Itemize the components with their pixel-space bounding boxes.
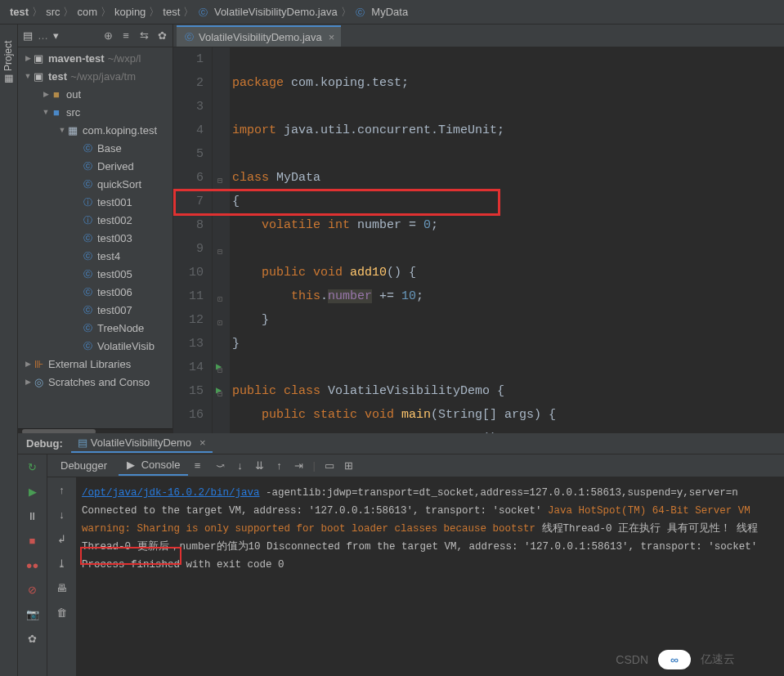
close-icon[interactable]: × xyxy=(329,31,335,43)
debugger-tab[interactable]: Debugger xyxy=(52,456,115,475)
resume-icon[interactable]: ▶ xyxy=(25,484,40,499)
module-icon: ▣ xyxy=(33,52,44,64)
project-panel-title[interactable]: … xyxy=(38,29,48,42)
clear-icon[interactable]: 🗑 xyxy=(55,605,69,620)
down-icon[interactable]: ↓ xyxy=(55,507,69,522)
threads-icon[interactable]: ≡ xyxy=(191,460,203,472)
breadcrumb-item[interactable]: src xyxy=(43,6,63,18)
chevron-down-icon[interactable]: ▼ xyxy=(41,107,51,117)
tree-folder[interactable]: ▶ ■ out xyxy=(18,85,172,103)
debug-config-tab[interactable]: ▤ VolatileVisibilityDemo × xyxy=(71,434,213,453)
tree-folder[interactable]: ▼ ■ src xyxy=(18,103,172,121)
breadcrumb-item[interactable]: test xyxy=(7,6,32,18)
tree-external-libs[interactable]: ▶ ⊪ External Libraries xyxy=(18,355,172,373)
tree-class[interactable]: ⓒtest007 xyxy=(18,301,172,319)
fold-icon[interactable]: ⊡ xyxy=(217,288,222,311)
camera-icon[interactable]: 📷 xyxy=(25,607,40,621)
tree-class[interactable]: ⓒTreeNode xyxy=(18,319,172,337)
editor-tab[interactable]: ⓒ VolatileVisibilityDemo.java × xyxy=(177,25,341,47)
project-tool-strip: ▦ Project xyxy=(0,25,18,433)
project-panel-header: ▤ … ▾ ⊕ ≡ ⇆ ✿ xyxy=(18,25,172,47)
console-link[interactable]: /opt/java/jdk-16.0.2/bin/java xyxy=(82,487,260,499)
chevron-right-icon[interactable]: ▶ xyxy=(23,359,33,369)
breadcrumb: test 〉 src 〉 com 〉 koping 〉 test 〉 ⓒ Vol… xyxy=(0,0,784,25)
project-view-icon[interactable]: ▤ xyxy=(23,29,33,42)
class-icon: ⓒ xyxy=(82,178,93,190)
tree-class[interactable]: ⓒtest006 xyxy=(18,283,172,301)
tree-class[interactable]: ⓘtest002 xyxy=(18,211,172,229)
console-tab[interactable]: ▶ Console xyxy=(119,455,188,476)
project-icon: ▦ xyxy=(2,74,14,83)
class-icon: ⓒ xyxy=(355,7,366,18)
editor-body[interactable]: 1234567 8910111213141516 ▶ ▶ ⊟ ⊟ ⊡ ⊡ ⊟ ⊟… xyxy=(173,47,784,433)
settings-icon[interactable]: ✿ xyxy=(156,30,168,42)
code-area[interactable]: package com.koping.test; import java.uti… xyxy=(231,47,784,433)
chevron-right-icon[interactable]: ▶ xyxy=(41,89,51,99)
module-icon: ▣ xyxy=(33,70,44,82)
tree-class[interactable]: ⓒtest005 xyxy=(18,265,172,283)
folder-icon: ■ xyxy=(51,88,62,100)
stop-icon[interactable]: ■ xyxy=(25,533,40,548)
step-over-icon[interactable]: ⤻ xyxy=(214,459,226,471)
expand-icon[interactable]: ≡ xyxy=(120,30,132,42)
class-icon: ⓒ xyxy=(82,160,93,172)
chevron-right-icon[interactable]: ▶ xyxy=(23,377,33,387)
run-to-cursor-icon[interactable]: ⇥ xyxy=(293,459,304,471)
project-tree[interactable]: ▶ ▣ maven-test ~/wxp/l ▼ ▣ test ~/wxp/ja… xyxy=(18,47,172,427)
line-gutter[interactable]: 1234567 8910111213141516 xyxy=(173,47,213,433)
step-out-icon[interactable]: ↑ xyxy=(273,459,284,471)
view-breakpoints-icon[interactable]: ●● xyxy=(25,557,40,572)
console-output[interactable]: /opt/java/jdk-16.0.2/bin/java -agentlib:… xyxy=(77,477,784,676)
tree-class[interactable]: ⓒDerived xyxy=(18,157,172,175)
class-icon: ⓘ xyxy=(82,196,93,208)
tree-module[interactable]: ▼ ▣ test ~/wxp/java/tm xyxy=(18,67,172,85)
class-icon: ⓒ xyxy=(82,286,93,298)
trace-icon[interactable]: ⊞ xyxy=(343,459,355,471)
force-step-icon[interactable]: ⇊ xyxy=(253,459,265,471)
chevron-down-icon[interactable]: ▼ xyxy=(23,71,33,81)
close-icon[interactable]: × xyxy=(199,436,206,449)
collapse-icon[interactable]: ⇆ xyxy=(138,30,150,42)
breadcrumb-item[interactable]: com xyxy=(74,6,101,18)
tree-module[interactable]: ▶ ▣ maven-test ~/wxp/l xyxy=(18,49,172,67)
project-tab[interactable]: ▦ Project xyxy=(2,41,14,83)
fold-icon[interactable]: ⊟ xyxy=(217,359,222,383)
fold-icon[interactable]: ⊟ xyxy=(217,169,222,193)
tree-class[interactable]: ⓒVolatileVisib xyxy=(18,337,172,355)
settings-icon[interactable]: ✿ xyxy=(25,631,40,646)
editor: ⓒ VolatileVisibilityDemo.java × 1234567 … xyxy=(173,25,784,433)
fold-icon[interactable]: ⊟ xyxy=(217,383,222,406)
logo-icon: ∞ xyxy=(658,650,691,669)
breadcrumb-item[interactable]: koping xyxy=(111,6,149,18)
scroll-end-icon[interactable]: ⤓ xyxy=(55,556,69,571)
mute-breakpoints-icon[interactable]: ⊘ xyxy=(25,582,40,597)
soft-wrap-icon[interactable]: ↲ xyxy=(55,531,69,546)
tree-class[interactable]: ⓒquickSort xyxy=(18,175,172,193)
library-icon: ⊪ xyxy=(33,358,44,369)
fold-icon[interactable]: ⊡ xyxy=(217,311,222,335)
highlight-annotation xyxy=(80,547,181,565)
fold-icon[interactable]: ⊟ xyxy=(217,240,222,264)
evaluate-icon[interactable]: ▭ xyxy=(324,459,335,471)
up-icon[interactable]: ↑ xyxy=(55,482,69,497)
package-icon: ▦ xyxy=(67,124,78,136)
tree-class[interactable]: ⓒtest4 xyxy=(18,247,172,265)
tree-package[interactable]: ▼ ▦ com.koping.test xyxy=(18,121,172,139)
chevron-down-icon[interactable]: ▼ xyxy=(57,125,67,135)
pause-icon[interactable]: ⏸ xyxy=(25,508,40,523)
tree-class[interactable]: ⓘtest001 xyxy=(18,193,172,211)
tree-scratches[interactable]: ▶ ◎ Scratches and Conso xyxy=(18,373,172,391)
project-panel: ▤ … ▾ ⊕ ≡ ⇆ ✿ ▶ ▣ maven-test ~/wxp/l ▼ ▣… xyxy=(18,25,173,433)
locate-icon[interactable]: ⊕ xyxy=(102,30,114,42)
gutter-icons[interactable]: ▶ ▶ ⊟ ⊟ ⊡ ⊡ ⊟ ⊟ xyxy=(213,47,231,433)
chevron-right-icon[interactable]: ▶ xyxy=(23,53,33,63)
tree-class[interactable]: ⓒtest003 xyxy=(18,229,172,247)
tree-class[interactable]: ⓒBase xyxy=(18,139,172,157)
breadcrumb-item[interactable]: ⓒ VolatileVisibilityDemo.java xyxy=(194,6,340,19)
breadcrumb-item[interactable]: test xyxy=(159,6,183,18)
breadcrumb-item[interactable]: ⓒ MyData xyxy=(352,6,411,19)
print-icon[interactable]: 🖶 xyxy=(55,580,69,595)
console-toolbar: ↑ ↓ ↲ ⤓ 🖶 🗑 xyxy=(47,477,77,676)
rerun-icon[interactable]: ↻ xyxy=(25,459,40,474)
step-into-icon[interactable]: ↓ xyxy=(234,459,245,471)
